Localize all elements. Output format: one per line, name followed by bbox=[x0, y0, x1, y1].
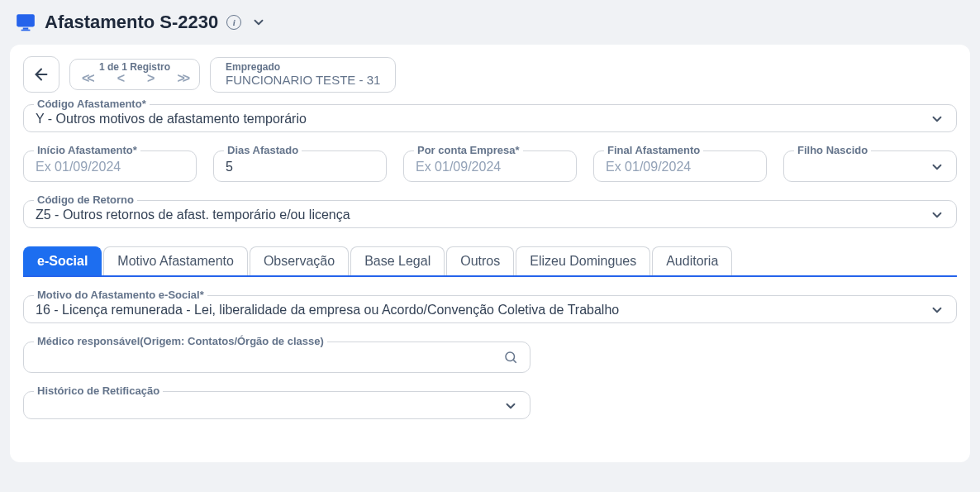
search-icon[interactable] bbox=[503, 350, 518, 365]
svg-rect-0 bbox=[17, 14, 35, 26]
tab-elizeu-domingues[interactable]: Elizeu Domingues bbox=[516, 246, 650, 275]
tab-observacao[interactable]: Observação bbox=[250, 246, 349, 275]
filho-nascido-select[interactable]: Filho Nascido bbox=[783, 150, 957, 182]
tab-base-legal[interactable]: Base Legal bbox=[350, 246, 445, 275]
tabs: e-Social Motivo Afastamento Observação B… bbox=[23, 246, 957, 277]
field-value: 16 - Licença remunerada - Lei, liberalid… bbox=[36, 303, 619, 318]
toolbar: 1 de 1 Registro << < > >> Empregado FUNC… bbox=[23, 56, 957, 93]
page-title: Afastamento S-2230 bbox=[45, 12, 218, 33]
chevron-down-icon bbox=[930, 208, 944, 222]
row-codigo-retorno: Código de Retorno Z5 - Outros retornos d… bbox=[23, 200, 957, 228]
field-value: Z5 - Outros retornos de afast. temporári… bbox=[36, 208, 350, 222]
svg-line-5 bbox=[513, 360, 516, 362]
svg-point-4 bbox=[506, 352, 515, 361]
field-label: Dias Afastado bbox=[224, 144, 302, 156]
field-label: Médico responsável(Origem: Contatos/Órgã… bbox=[34, 335, 327, 347]
pager-box: 1 de 1 Registro << < > >> bbox=[69, 59, 200, 90]
svg-rect-2 bbox=[21, 30, 31, 31]
svg-rect-1 bbox=[23, 28, 29, 30]
codigo-retorno-select[interactable]: Código de Retorno Z5 - Outros retornos d… bbox=[23, 200, 957, 228]
row-dates: Início Afastamento* Dias Afastado Por co… bbox=[23, 150, 957, 182]
codigo-afastamento-select[interactable]: Código Afastamento* Y - Outros motivos d… bbox=[23, 104, 957, 132]
dias-afastado-input[interactable] bbox=[226, 158, 374, 176]
field-value: Y - Outros motivos de afastamento tempor… bbox=[36, 112, 307, 127]
chevron-down-icon bbox=[930, 112, 944, 127]
tab-motivo-afastamento[interactable]: Motivo Afastamento bbox=[103, 246, 248, 275]
content-panel: 1 de 1 Registro << < > >> Empregado FUNC… bbox=[10, 45, 970, 462]
pager-next-button[interactable]: > bbox=[147, 71, 152, 86]
pager-first-button[interactable]: << bbox=[82, 71, 93, 86]
row-codigo-afastamento: Código Afastamento* Y - Outros motivos d… bbox=[23, 104, 957, 132]
field-label: Final Afastamento bbox=[604, 144, 703, 156]
dias-afastado-field[interactable]: Dias Afastado bbox=[213, 150, 387, 182]
chevron-down-icon bbox=[930, 160, 944, 174]
field-label: Código de Retorno bbox=[34, 193, 137, 206]
pager-controls: << < > >> bbox=[82, 71, 188, 86]
pager-prev-button[interactable]: < bbox=[117, 71, 122, 86]
medico-responsavel-field[interactable]: Médico responsável(Origem: Contatos/Órgã… bbox=[23, 342, 530, 373]
por-conta-empresa-field[interactable]: Por conta Empresa* bbox=[403, 150, 577, 182]
page-header: Afastamento S-2230 i bbox=[0, 0, 980, 45]
employee-label: Empregado bbox=[226, 61, 380, 73]
historico-retificacao-select[interactable]: Histórico de Retificação bbox=[23, 391, 530, 419]
motivo-esocial-select[interactable]: Motivo do Afastamento e-Social* 16 - Lic… bbox=[23, 295, 957, 323]
field-label: Filho Nascido bbox=[794, 144, 871, 156]
chevron-down-icon bbox=[930, 303, 944, 318]
employee-value: FUNCIONARIO TESTE - 31 bbox=[226, 73, 380, 87]
inicio-afastamento-input[interactable] bbox=[36, 158, 184, 176]
inicio-afastamento-field[interactable]: Início Afastamento* bbox=[23, 150, 197, 182]
pager-last-button[interactable]: >> bbox=[177, 71, 188, 86]
chevron-down-icon[interactable] bbox=[251, 15, 266, 30]
field-label: Histórico de Retificação bbox=[34, 385, 163, 397]
tab-auditoria[interactable]: Auditoria bbox=[652, 246, 732, 275]
field-label: Motivo do Afastamento e-Social* bbox=[34, 289, 207, 301]
final-afastamento-field[interactable]: Final Afastamento bbox=[593, 150, 767, 182]
employee-box: Empregado FUNCIONARIO TESTE - 31 bbox=[210, 57, 396, 93]
info-icon[interactable]: i bbox=[226, 15, 241, 30]
tab-outros[interactable]: Outros bbox=[446, 246, 514, 275]
monitor-icon bbox=[15, 12, 36, 33]
final-afastamento-input[interactable] bbox=[606, 158, 754, 176]
field-label: Início Afastamento* bbox=[34, 144, 140, 156]
tab-esocial[interactable]: e-Social bbox=[23, 246, 102, 275]
chevron-down-icon bbox=[503, 399, 518, 413]
row-historico: Histórico de Retificação bbox=[23, 391, 957, 419]
row-motivo-esocial: Motivo do Afastamento e-Social* 16 - Lic… bbox=[23, 295, 957, 323]
medico-responsavel-input[interactable] bbox=[36, 349, 518, 367]
field-label: Por conta Empresa* bbox=[414, 144, 523, 156]
field-label: Código Afastamento* bbox=[34, 98, 150, 110]
por-conta-empresa-input[interactable] bbox=[416, 158, 564, 176]
back-button[interactable] bbox=[23, 56, 59, 93]
row-medico: Médico responsável(Origem: Contatos/Órgã… bbox=[23, 342, 957, 373]
